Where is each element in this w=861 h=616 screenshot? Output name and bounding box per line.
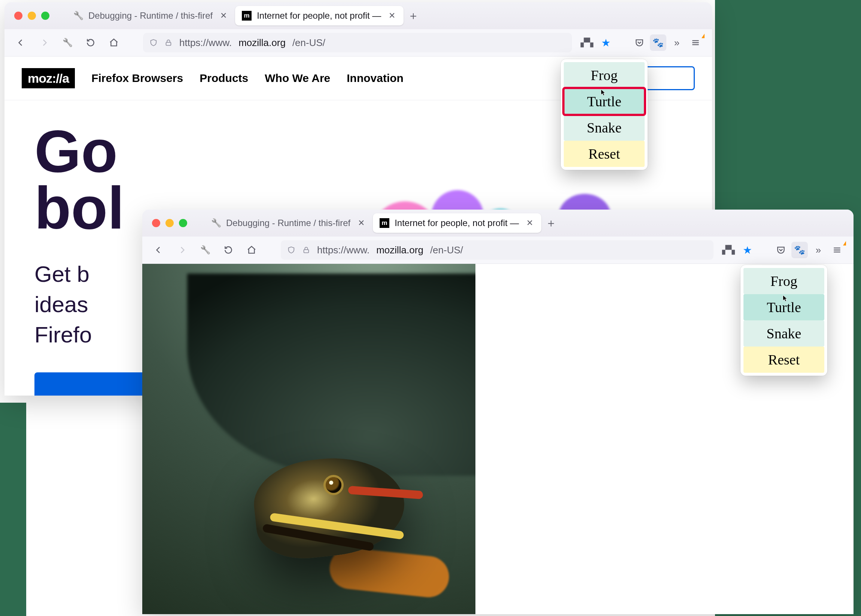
url-bar[interactable]: https://www.mozilla.org/en-US/ (143, 33, 572, 52)
popup-item-reset[interactable]: Reset (564, 141, 645, 167)
mozilla-favicon: m (242, 11, 252, 20)
minimize-window-button[interactable] (28, 12, 36, 20)
popup-item-reset[interactable]: Reset (743, 347, 824, 373)
mozilla-favicon: m (379, 218, 389, 228)
extension-paw-button[interactable]: 🐾 (792, 242, 808, 258)
bookmark-star-icon[interactable]: ★ (739, 242, 756, 258)
nav-innovation[interactable]: Innovation (347, 72, 403, 84)
url-bar[interactable]: https://www.mozilla.org/en-US/ (281, 240, 713, 260)
tab-title: Debugging - Runtime / this-firef (88, 11, 212, 21)
toolbar: 🔧 https://www.mozilla.org/en-US/ ▞▚ ★ 🐾 … (5, 29, 712, 57)
app-menu-button[interactable] (829, 242, 845, 258)
popup-item-snake[interactable]: Snake (564, 115, 645, 141)
popup-item-snake[interactable]: Snake (743, 321, 824, 347)
pocket-icon[interactable] (773, 242, 789, 258)
cursor-icon (781, 294, 789, 302)
tab-title: Internet for people, not profit — (257, 11, 381, 21)
close-window-button[interactable] (14, 12, 22, 20)
toolbar: 🔧 https://www.mozilla.org/en-US/ ▞▚ ★ 🐾 … (142, 237, 853, 264)
back-button[interactable] (151, 242, 167, 258)
back-button[interactable] (13, 35, 29, 51)
close-tab-icon[interactable]: ✕ (526, 218, 533, 228)
forward-button[interactable] (36, 35, 52, 51)
devtools-button[interactable]: 🔧 (59, 35, 76, 51)
minimize-window-button[interactable] (165, 219, 174, 227)
tab-mozilla[interactable]: m Internet for people, not profit — ✕ (373, 213, 541, 233)
browser-window-front: 🔧 Debugging - Runtime / this-firef ✕ m I… (142, 210, 853, 614)
lock-icon (302, 246, 310, 254)
svg-rect-1 (304, 250, 309, 253)
maximize-window-button[interactable] (179, 219, 187, 227)
mozilla-logo[interactable]: moz://a (22, 68, 75, 88)
url-post: /en-US/ (430, 244, 463, 256)
extension-popup: Frog Turtle Snake Reset (561, 59, 648, 170)
tab-debugging[interactable]: 🔧 Debugging - Runtime / this-firef ✕ (205, 213, 373, 233)
shield-icon (287, 246, 295, 254)
tab-debugging[interactable]: 🔧 Debugging - Runtime / this-firef ✕ (67, 6, 235, 25)
popup-item-frog[interactable]: Frog (564, 62, 645, 88)
nav-firefox-browsers[interactable]: Firefox Browsers (91, 72, 183, 84)
qr-icon[interactable]: ▞▚ (579, 35, 595, 51)
qr-icon[interactable]: ▞▚ (720, 242, 737, 258)
reload-button[interactable] (82, 35, 99, 51)
overflow-button[interactable]: » (669, 35, 685, 51)
svg-rect-0 (166, 42, 171, 45)
url-host: mozilla.org (376, 244, 423, 256)
wrench-icon: 🔧 (211, 218, 221, 228)
forward-button[interactable] (174, 242, 190, 258)
pocket-icon[interactable] (631, 35, 648, 51)
popup-item-frog[interactable]: Frog (743, 268, 824, 294)
close-tab-icon[interactable]: ✕ (389, 11, 395, 20)
wrench-icon: 🔧 (73, 11, 83, 20)
close-window-button[interactable] (152, 219, 160, 227)
new-tab-button[interactable]: ＋ (541, 213, 561, 233)
close-tab-icon[interactable]: ✕ (358, 218, 365, 228)
devtools-button[interactable]: 🔧 (197, 242, 213, 258)
titlebar: 🔧 Debugging - Runtime / this-firef ✕ m I… (142, 210, 853, 237)
titlebar: 🔧 Debugging - Runtime / this-firef ✕ m I… (5, 2, 712, 29)
extension-popup: Frog Turtle Snake Reset (740, 265, 827, 376)
nav-who-we-are[interactable]: Who We Are (264, 72, 330, 84)
wrench-icon: 🔧 (200, 245, 210, 255)
tab-title: Internet for people, not profit — (395, 218, 519, 228)
home-button[interactable] (105, 35, 122, 51)
url-host: mozilla.org (238, 37, 286, 49)
url-pre: https://www. (317, 244, 370, 256)
lock-icon (164, 39, 173, 47)
home-button[interactable] (243, 242, 260, 258)
shield-icon (150, 39, 157, 47)
app-menu-button[interactable] (687, 35, 704, 51)
window-controls (14, 12, 49, 20)
url-pre: https://www. (179, 37, 232, 49)
extension-paw-button[interactable]: 🐾 (650, 35, 666, 51)
wrench-icon: 🔧 (63, 38, 72, 47)
new-tab-button[interactable]: ＋ (403, 6, 423, 25)
bookmark-star-icon[interactable]: ★ (597, 35, 614, 51)
cursor-icon (599, 88, 607, 97)
nav-products[interactable]: Products (200, 72, 248, 84)
reload-button[interactable] (220, 242, 236, 258)
window-controls (152, 219, 187, 227)
maximize-window-button[interactable] (41, 12, 49, 20)
url-post: /en-US/ (292, 37, 325, 49)
tab-mozilla[interactable]: m Internet for people, not profit — ✕ (235, 6, 403, 25)
close-tab-icon[interactable]: ✕ (220, 11, 227, 20)
overflow-button[interactable]: » (810, 242, 826, 258)
turtle-image (142, 264, 475, 614)
tab-title: Debugging - Runtime / this-firef (226, 218, 350, 228)
